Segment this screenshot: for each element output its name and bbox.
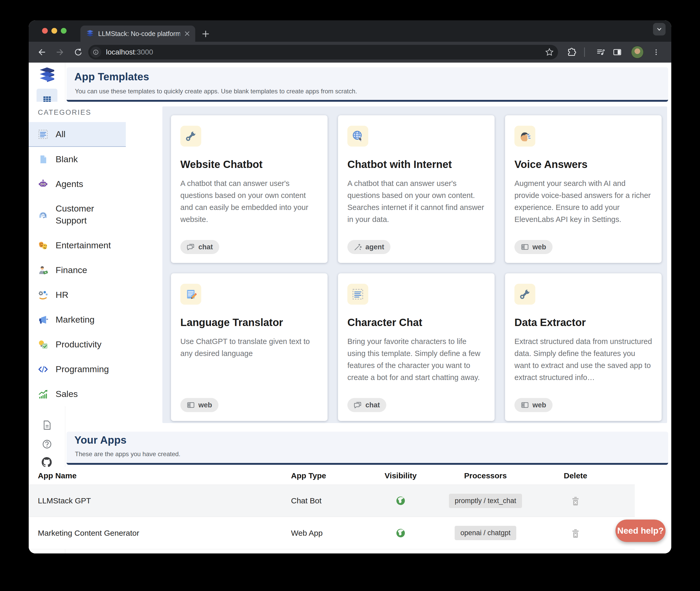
media-queue-icon	[596, 47, 606, 57]
category-item-all[interactable]: All	[29, 122, 126, 147]
category-label: Entertainment	[56, 240, 111, 250]
your-apps-table: App Name App Type Visibility Processors …	[29, 467, 635, 549]
app-name[interactable]: LLMStack GPT	[29, 496, 291, 505]
category-item-blank[interactable]: Blank	[29, 147, 126, 172]
wrench-icon	[180, 126, 201, 146]
card-title: Character Chat	[347, 317, 422, 328]
col-app-name: App Name	[29, 471, 291, 480]
llmstack-app: AC App Templates You can use these templ…	[29, 63, 671, 553]
category-item-programming[interactable]: Programming	[29, 357, 126, 382]
category-label: HR	[56, 290, 68, 300]
public-globe-icon	[396, 496, 406, 506]
chat-bubble-icon	[187, 243, 195, 251]
template-card-character-chat[interactable]: Character Chat Bring your favorite chara…	[338, 273, 494, 421]
maximize-window-button[interactable]	[61, 28, 67, 34]
web-window-icon	[521, 243, 529, 251]
help-icon	[41, 438, 53, 450]
delete-trash-icon[interactable]	[570, 496, 581, 506]
card-title: Chatbot with Internet	[347, 158, 452, 170]
col-processors: Processors	[436, 471, 535, 480]
category-item-hr[interactable]: HR	[29, 282, 126, 307]
side-panel-icon	[612, 47, 622, 57]
category-item-entertainment[interactable]: Entertainment	[29, 233, 126, 258]
close-tab-icon[interactable]	[184, 30, 190, 37]
your-apps-header: Your Apps These are the apps you have cr…	[67, 432, 668, 465]
table-row: Marketing Content Generator Web App open…	[29, 517, 635, 549]
kebab-menu-icon	[652, 48, 660, 57]
processor-chip: openai / chatgpt	[455, 526, 516, 540]
tag-web: web	[180, 398, 219, 412]
category-item-productivity[interactable]: Productivity	[29, 332, 126, 357]
card-description: A chatbot that can answer user's questio…	[180, 177, 318, 225]
app-type: Chat Bot	[291, 496, 365, 505]
tag-web: web	[514, 240, 552, 254]
close-window-button[interactable]	[42, 28, 48, 34]
category-item-sales[interactable]: Sales	[29, 382, 126, 406]
wrench-icon	[514, 284, 535, 305]
tag-chat: chat	[180, 240, 219, 254]
tab-search-button[interactable]	[653, 23, 665, 36]
tag-label: agent	[365, 243, 384, 251]
sidebar-item-help[interactable]	[41, 438, 53, 450]
card-description: Extract structured data from unstructure…	[514, 335, 652, 383]
browser-window: LLMStack: No-code platform	[29, 20, 671, 553]
media-controls-button[interactable]	[595, 47, 606, 58]
chevron-down-icon	[655, 25, 663, 33]
category-label: Agents	[56, 179, 83, 189]
delete-trash-icon[interactable]	[570, 528, 581, 538]
github-icon	[41, 456, 53, 468]
chat-bubble-icon	[354, 401, 362, 409]
browser-profile-avatar[interactable]	[631, 46, 644, 58]
template-card-chatbot-with-internet[interactable]: Chatbot with Internet A chatbot that can…	[338, 115, 494, 263]
code-icon	[38, 364, 48, 375]
url-bar[interactable]: localhost:3000	[88, 45, 558, 59]
app-name[interactable]: Marketing Content Generator	[29, 529, 291, 537]
web-window-icon	[521, 401, 529, 409]
url-text[interactable]: localhost:3000	[106, 48, 544, 56]
all-category-icon	[38, 129, 48, 139]
category-label: Blank	[56, 154, 78, 164]
llmstack-favicon	[85, 29, 95, 38]
card-title: Data Extractor	[514, 317, 586, 328]
category-item-finance[interactable]: Finance	[29, 258, 126, 282]
blank-page-icon	[38, 154, 48, 165]
bookmark-star-icon[interactable]	[544, 47, 555, 57]
tag-agent: agent	[347, 240, 391, 254]
new-tab-button[interactable]	[201, 29, 210, 39]
template-card-language-translator[interactable]: Language Translator Use ChatGPT to trans…	[171, 273, 328, 421]
extensions-button[interactable]	[566, 47, 577, 58]
template-card-website-chatbot[interactable]: Website Chatbot A chatbot that can answe…	[171, 115, 328, 263]
forward-button[interactable]	[54, 47, 66, 58]
category-label: Marketing	[56, 315, 95, 325]
page-title: App Templates	[74, 71, 149, 83]
side-panel-button[interactable]	[611, 47, 623, 58]
col-delete: Delete	[535, 471, 616, 480]
template-card-data-extractor[interactable]: Data Extractor Extract structured data f…	[505, 273, 662, 421]
category-item-marketing[interactable]: Marketing	[29, 307, 126, 332]
category-item-agents[interactable]: Agents	[29, 172, 126, 196]
category-item-customer-support[interactable]: Customer Support	[29, 196, 126, 233]
desktop: LLMStack: No-code platform	[0, 0, 700, 591]
need-help-button[interactable]: Need help?	[616, 520, 665, 542]
productivity-icon	[38, 339, 48, 350]
back-button[interactable]	[36, 47, 48, 58]
your-apps-title: Your Apps	[74, 434, 127, 446]
tag-chat: chat	[347, 398, 386, 412]
site-info-icon[interactable]	[90, 47, 101, 58]
browser-tab[interactable]: LLMStack: No-code platform	[80, 25, 195, 42]
reload-button[interactable]	[72, 47, 84, 58]
forward-arrow-icon	[55, 47, 65, 57]
category-label: Sales	[56, 389, 78, 399]
tag-web: web	[514, 398, 552, 412]
template-card-voice-answers[interactable]: Voice Answers Augment your search with A…	[505, 115, 662, 263]
support-agent-icon	[38, 209, 48, 220]
back-arrow-icon	[37, 47, 47, 57]
app-type: Web App	[291, 529, 365, 537]
card-title: Voice Answers	[514, 158, 587, 170]
document-icon	[41, 419, 53, 432]
browser-menu-button[interactable]	[650, 47, 662, 58]
minimize-window-button[interactable]	[51, 28, 57, 34]
sidebar-item-docs[interactable]	[41, 419, 53, 432]
category-label: All	[56, 129, 65, 139]
tag-label: chat	[365, 401, 380, 409]
